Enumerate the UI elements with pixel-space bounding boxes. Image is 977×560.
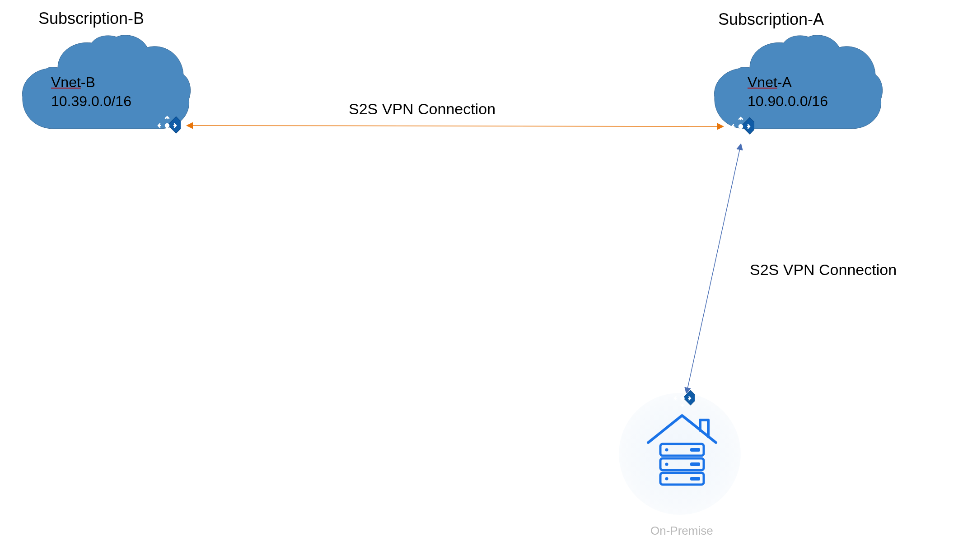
svg-rect-10 [690, 462, 700, 466]
svg-rect-13 [683, 390, 695, 405]
vnet-a-cidr: 10.90.0.0/16 [748, 93, 828, 109]
onpremise-label: On-Premise [650, 524, 713, 538]
s2s-connection-vertical [687, 145, 741, 393]
gateway-icon-vnet-b [154, 112, 181, 141]
svg-point-14 [681, 397, 684, 400]
s2s-connection-horizontal [187, 126, 723, 126]
subscription-b-label: Subscription-B [38, 9, 144, 28]
vnet-b-text: Vnet-B 10.39.0.0/16 [51, 73, 131, 111]
svg-point-11 [665, 477, 668, 481]
diagram-container: Subscription-B Subscription-A Vnet-B 10.… [0, 0, 977, 560]
gateway-icon-vnet-a [727, 113, 754, 142]
vnet-b-name: Vnet [51, 74, 81, 90]
vnet-b-cidr: 10.39.0.0/16 [51, 93, 131, 109]
subscription-a-label: Subscription-A [718, 10, 824, 29]
svg-point-9 [665, 463, 668, 466]
svg-rect-12 [690, 477, 700, 481]
s2s-connection-label-1: S2S VPN Connection [349, 100, 496, 118]
svg-rect-0 [168, 117, 181, 133]
svg-point-3 [739, 125, 743, 128]
vnet-a-name: Vnet [748, 74, 777, 90]
vnet-a-text: Vnet-A 10.90.0.0/16 [748, 73, 828, 111]
svg-rect-8 [690, 448, 700, 452]
vnet-b-suffix: -B [81, 74, 95, 90]
svg-point-1 [165, 124, 169, 127]
onpremise-house-icon [641, 409, 723, 490]
svg-rect-2 [741, 117, 754, 134]
s2s-connection-label-2: S2S VPN Connection [750, 261, 897, 279]
svg-point-7 [665, 448, 668, 452]
vnet-a-suffix: -A [777, 74, 792, 90]
gateway-icon-onprem [670, 386, 695, 412]
